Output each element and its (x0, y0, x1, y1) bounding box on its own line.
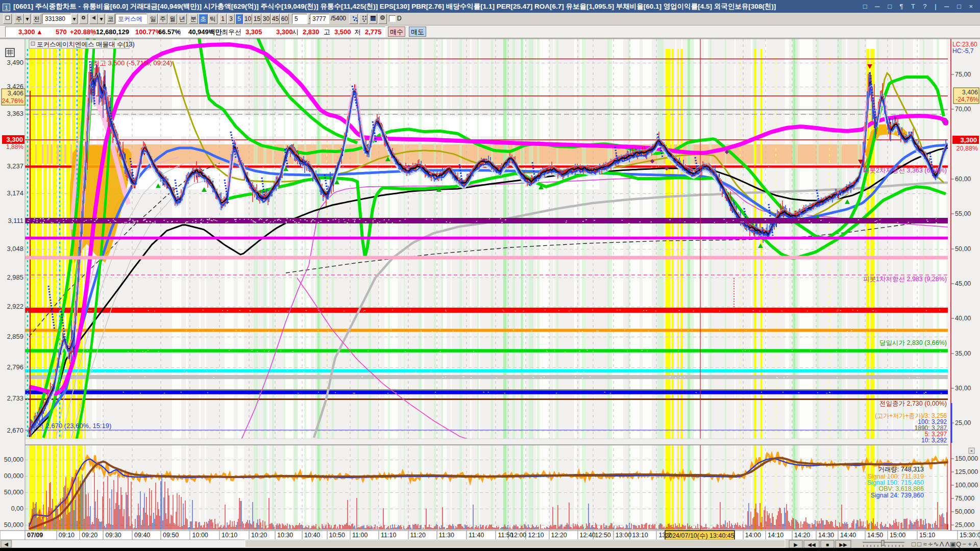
svg-text:09:20: 09:20 (82, 532, 97, 539)
svg-text:+: + (968, 540, 972, 548)
svg-text:10:10: 10:10 (222, 532, 237, 539)
svg-text:75,00: 75,00 (955, 71, 971, 78)
svg-text:13:00: 13:00 (616, 532, 631, 539)
svg-text:55,00: 55,00 (955, 210, 971, 217)
svg-text:14:50: 14:50 (867, 532, 883, 539)
svg-text:40,00: 40,00 (955, 315, 971, 322)
svg-text:3,111: 3,111 (8, 217, 23, 224)
svg-text:25,00: 25,00 (955, 419, 971, 427)
svg-text:15:10: 15:10 (919, 532, 935, 539)
svg-text:11:10: 11:10 (381, 532, 396, 539)
svg-text:125,000: 125,000 (955, 468, 978, 475)
svg-text:Signal 24: 739,860: Signal 24: 739,860 (871, 492, 924, 499)
svg-text:50,000: 50,000 (4, 521, 23, 529)
svg-text:75,000: 75,000 (955, 495, 974, 502)
svg-text:50,000: 50,000 (955, 508, 974, 515)
svg-text:□: □ (912, 540, 916, 548)
svg-text:최고 3,500 (-5,71%, 09:24): 최고 3,500 (-5,71%, 09:24) (93, 59, 172, 67)
svg-text:3,237: 3,237 (7, 162, 23, 170)
svg-text:3,406: 3,406 (962, 89, 978, 96)
svg-text:∿: ∿ (934, 540, 939, 548)
svg-text:2024/07/10(수) 13:40:45: 2024/07/10(수) 13:40:45 (665, 532, 734, 539)
svg-text:3,363: 3,363 (7, 110, 23, 117)
svg-text:13:10: 13:10 (632, 532, 648, 539)
svg-text:09:50: 09:50 (163, 532, 179, 539)
svg-text:1,88%: 1,88% (6, 143, 23, 151)
svg-text:2,733: 2,733 (7, 394, 23, 402)
svg-text:∻: ∻ (928, 540, 934, 548)
svg-text:▶: ▶ (794, 542, 798, 547)
svg-text:Λ: Λ (940, 540, 944, 548)
svg-text:LC:23,60: LC:23,60 (952, 41, 977, 48)
svg-text:12:00: 12:00 (510, 532, 526, 539)
svg-text:≈: ≈ (923, 540, 926, 548)
svg-text:30,00: 30,00 (955, 385, 971, 392)
svg-text:11:30: 11:30 (439, 532, 454, 539)
svg-text:11:40: 11:40 (469, 532, 484, 539)
svg-text:−: − (962, 540, 966, 548)
svg-text:2,922: 2,922 (7, 303, 23, 310)
svg-text:3,048: 3,048 (7, 245, 23, 253)
svg-text:15:30:0: 15:30:0 (960, 532, 980, 539)
svg-text:14:20: 14:20 (794, 532, 810, 539)
svg-text:150,000: 150,000 (955, 455, 978, 462)
svg-text:14:40: 14:40 (840, 532, 856, 539)
svg-text:12:20: 12:20 (551, 532, 567, 539)
svg-text:25,000: 25,000 (955, 521, 974, 529)
svg-text:14:00: 14:00 (745, 532, 761, 539)
svg-text:포커스에이치엔에스 매물대 수(13): 포커스에이치엔에스 매물대 수(13) (37, 41, 135, 48)
svg-text:Λ: Λ (945, 540, 950, 548)
svg-text:2,859: 2,859 (7, 333, 23, 340)
svg-text:최저 2,670 (23,60%, 15:19): 최저 2,670 (23,60%, 15:19) (31, 422, 111, 430)
svg-text:10:50: 10:50 (329, 532, 345, 539)
svg-text:A: A (973, 540, 978, 548)
svg-text:10: 3,292: 10: 3,292 (921, 437, 947, 444)
svg-text:전일종가 2,730 (0,00%): 전일종가 2,730 (0,00%) (879, 400, 947, 407)
svg-text:12:50: 12:50 (595, 532, 611, 539)
svg-text:15:00: 15:00 (890, 532, 905, 539)
svg-text:2,670: 2,670 (7, 427, 23, 434)
svg-text:07/09: 07/09 (27, 532, 43, 539)
svg-text:피봇2차저항선 3,363 (6,56%): 피봇2차저항선 3,363 (6,56%) (863, 167, 947, 174)
svg-text:3,174: 3,174 (7, 189, 23, 197)
svg-text:거래량: 748,313: 거래량: 748,313 (878, 466, 924, 473)
svg-text:10:20: 10:20 (251, 532, 267, 539)
svg-text:0,00: 0,00 (11, 505, 23, 512)
svg-text:10:40: 10:40 (304, 532, 320, 539)
svg-text:12:10: 12:10 (528, 532, 544, 539)
svg-text:□: □ (917, 540, 921, 548)
svg-text:20,88%: 20,88% (957, 145, 978, 152)
svg-text:45,00: 45,00 (955, 280, 971, 287)
svg-text:■: ■ (826, 542, 829, 547)
svg-text:11:20: 11:20 (410, 532, 426, 539)
svg-text:12:40: 12:40 (580, 532, 596, 539)
svg-text:당일시가 2,830 (3,66%): 당일시가 2,830 (3,66%) (879, 339, 947, 346)
svg-text:50,000: 50,000 (4, 489, 23, 496)
svg-text:50,00: 50,00 (955, 245, 971, 253)
svg-text:3,300: 3,300 (6, 136, 23, 143)
svg-text:◀◀: ◀◀ (807, 542, 816, 547)
svg-text:3,490: 3,490 (7, 59, 23, 66)
svg-text:◀: ◀ (4, 541, 8, 547)
svg-text:35,00: 35,00 (955, 350, 971, 357)
svg-text:10:30: 10:30 (277, 532, 293, 539)
svg-text:3,406: 3,406 (8, 90, 23, 97)
svg-text:피봇1차저항선 2,983 (9,28%): 피봇1차저항선 2,983 (9,28%) (863, 276, 947, 283)
svg-text:HC:-5,7: HC:-5,7 (952, 47, 974, 55)
svg-text:60,00: 60,00 (955, 176, 971, 183)
svg-text:2,796: 2,796 (7, 363, 23, 371)
svg-text:2,985: 2,985 (7, 273, 23, 281)
svg-text:3,300: 3,300 (960, 136, 977, 144)
svg-text:70,00: 70,00 (955, 106, 971, 113)
svg-text:09:30: 09:30 (106, 532, 121, 539)
svg-text:▣: ▣ (950, 540, 956, 548)
svg-text:14:10: 14:10 (768, 532, 783, 539)
svg-text:10:00: 10:00 (192, 532, 208, 539)
svg-text:×: × (970, 448, 973, 454)
svg-text:09:40: 09:40 (134, 532, 150, 539)
svg-text:11:00: 11:00 (352, 532, 368, 539)
svg-text:▶▶: ▶▶ (839, 542, 847, 547)
svg-text:14:30: 14:30 (818, 532, 834, 539)
svg-text:-24,76%: -24,76% (955, 96, 978, 103)
svg-text:100,000: 100,000 (955, 482, 978, 489)
